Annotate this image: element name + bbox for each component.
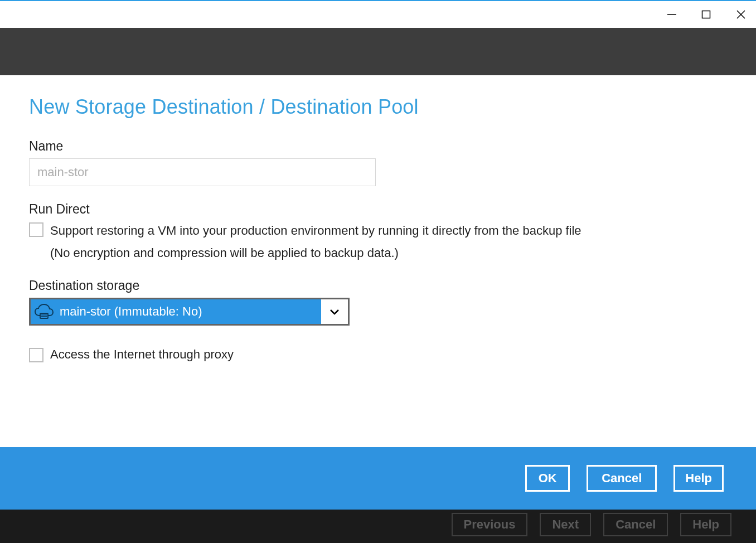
proxy-checkbox[interactable] (29, 348, 43, 362)
help-button[interactable]: Help (673, 465, 724, 492)
name-field-group: Name (29, 139, 728, 186)
proxy-row: Access the Internet through proxy (29, 347, 728, 362)
window-controls (662, 5, 750, 24)
maximize-button[interactable] (697, 5, 716, 24)
run-direct-checkbox[interactable] (29, 222, 43, 237)
page-title: New Storage Destination / Destination Po… (29, 95, 728, 119)
window-titlebar (0, 0, 756, 28)
ok-button[interactable]: OK (525, 465, 570, 492)
destination-storage-select[interactable]: main-stor (Immutable: No) (29, 298, 350, 326)
svg-rect-4 (40, 313, 48, 318)
previous-button[interactable]: Previous (452, 513, 528, 536)
modal-footer: OK Cancel Help (0, 447, 756, 510)
footer-stack: OK Cancel Help Previous Next Cancel Help (0, 447, 756, 543)
proxy-label: Access the Internet through proxy (50, 347, 234, 362)
run-direct-group: Run Direct Support restoring a VM into y… (29, 202, 728, 263)
name-input[interactable] (29, 158, 376, 186)
minimize-button[interactable] (662, 5, 681, 24)
svg-rect-1 (702, 11, 710, 18)
destination-storage-group: Destination storage main-stor (Immutable… (29, 278, 728, 326)
wizard-footer: Previous Next Cancel Help (0, 506, 756, 543)
cloud-storage-icon (34, 303, 54, 320)
destination-storage-dropdown-arrow[interactable] (321, 299, 348, 324)
run-direct-subtext: (No encryption and compression will be a… (50, 244, 728, 263)
run-direct-label: Run Direct (29, 202, 728, 217)
cancel-button[interactable]: Cancel (587, 465, 657, 492)
destination-storage-selected: main-stor (Immutable: No) (60, 304, 202, 319)
ribbon-bar (0, 28, 756, 75)
name-label: Name (29, 139, 728, 154)
close-button[interactable] (731, 5, 750, 24)
main-content: New Storage Destination / Destination Po… (0, 75, 756, 447)
wizard-cancel-button[interactable]: Cancel (603, 513, 668, 536)
destination-storage-label: Destination storage (29, 278, 728, 293)
chevron-down-icon (329, 308, 340, 316)
wizard-help-button[interactable]: Help (680, 513, 731, 536)
next-button[interactable]: Next (540, 513, 591, 536)
run-direct-text: Support restoring a VM into your product… (50, 221, 581, 240)
